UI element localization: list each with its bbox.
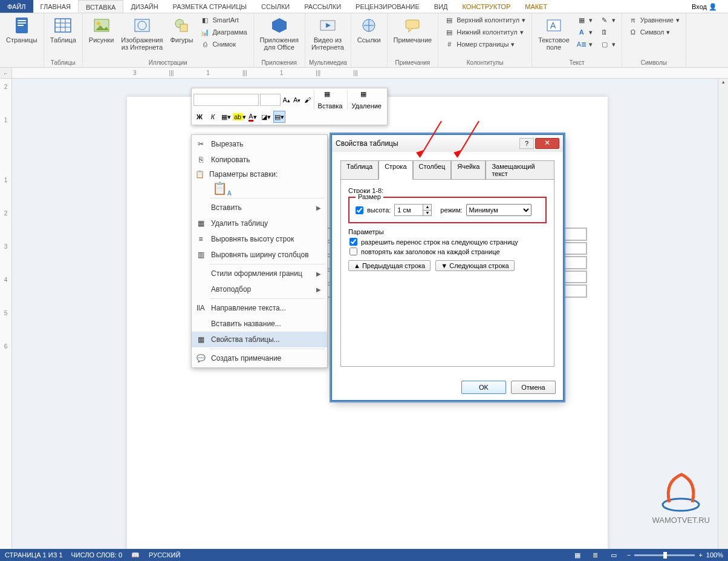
header-button[interactable]: ▤Верхний колонтитул ▾ [442, 15, 528, 25]
ctx-copy[interactable]: ⎘Копировать [192, 152, 327, 168]
pages-button[interactable]: Страницы [4, 15, 40, 45]
zoom-control[interactable]: − + 100% [627, 551, 723, 559]
screenshot-button[interactable]: ⎙Снимок [198, 39, 249, 50]
page-number-button[interactable]: #Номер страницы ▾ [442, 39, 528, 50]
ctx-text-direction[interactable]: llAНаправление текста... [192, 300, 327, 316]
shrink-font-button[interactable]: A▾ [293, 94, 302, 106]
ctx-new-comment[interactable]: 💬Создать примечание [192, 350, 327, 366]
date-time-button[interactable]: 🗓 [597, 27, 618, 38]
zoom-in-button[interactable]: + [698, 551, 702, 559]
ctx-border-styles[interactable]: Стили оформления границ▶ [192, 266, 327, 281]
dialog-close-button[interactable]: ✕ [535, 138, 559, 149]
status-word-count[interactable]: ЧИСЛО СЛОВ: 0 [71, 551, 123, 559]
tab-table-design[interactable]: КОНСТРУКТОР [455, 0, 518, 13]
dlg-tab-row[interactable]: Строка [379, 160, 412, 180]
table-button[interactable]: Таблица [48, 15, 79, 45]
tab-insert[interactable]: ВСТАВКА [78, 0, 123, 13]
tab-view[interactable]: ВИД [427, 0, 455, 13]
mode-select[interactable]: Минимум [466, 204, 531, 216]
grow-font-button[interactable]: A▴ [282, 94, 291, 106]
horizontal-ruler[interactable]: 3|||1|||1|||||| [12, 68, 728, 79]
view-web-layout-icon[interactable]: ▭ [609, 550, 619, 560]
font-combo[interactable] [193, 94, 259, 106]
login-link[interactable]: Вход 👤 [681, 0, 728, 13]
mini-insert-label: Вставка [318, 102, 343, 110]
vertical-scrollbar[interactable]: ▴ [718, 79, 728, 549]
borders-button[interactable]: ▦▾ [220, 111, 232, 123]
font-color-button[interactable]: A▾ [247, 111, 259, 123]
ctx-equal-row-height[interactable]: ≡Выровнять высоту строк [192, 231, 327, 247]
size-combo[interactable] [260, 94, 281, 106]
online-pictures-button[interactable]: Изображения из Интернета [119, 15, 165, 52]
tab-home[interactable]: ГЛАВНАЯ [33, 0, 78, 13]
dialog-titlebar[interactable]: Свойства таблицы ? ✕ [332, 135, 563, 152]
tab-table-layout[interactable]: МАКЕТ [518, 0, 554, 13]
tab-references[interactable]: ССЫЛКИ [254, 0, 297, 13]
tab-file[interactable]: ФАЙЛ [0, 0, 33, 13]
links-button[interactable]: Ссылки [355, 15, 383, 45]
spin-down[interactable]: ▼ [423, 210, 431, 215]
height-checkbox[interactable] [356, 206, 363, 214]
zoom-out-button[interactable]: − [627, 551, 631, 559]
spin-up[interactable]: ▲ [423, 205, 431, 210]
dialog-help-button[interactable]: ? [519, 138, 534, 149]
ctx-delete-table[interactable]: ▦Удалить таблицу [192, 215, 327, 231]
equation-button[interactable]: πУравнение ▾ [626, 15, 682, 25]
shading-button[interactable]: ◪▾ [260, 111, 272, 123]
view-read-mode-icon[interactable]: ≣ [591, 550, 600, 560]
dialog-cancel-button[interactable]: Отмена [511, 381, 556, 394]
chart-button[interactable]: 📊Диаграмма [198, 27, 249, 38]
allow-break-checkbox[interactable] [349, 238, 357, 246]
tab-review[interactable]: РЕЦЕНЗИРОВАНИЕ [348, 0, 427, 13]
format-painter-button[interactable]: 🖌 [303, 94, 313, 106]
tab-design[interactable]: ДИЗАЙН [123, 0, 165, 13]
tab-page-layout[interactable]: РАЗМЕТКА СТРАНИЦЫ [166, 0, 254, 13]
dialog-ok-button[interactable]: OK [461, 381, 506, 394]
status-page[interactable]: СТРАНИЦА 1 ИЗ 1 [5, 551, 63, 559]
pictures-button[interactable]: Рисунки [86, 15, 117, 45]
ctx-table-properties[interactable]: ▦Свойства таблицы... [192, 332, 327, 347]
repeat-header-checkbox[interactable] [349, 248, 357, 255]
vertical-ruler[interactable]: 21123456 [0, 79, 12, 549]
eq-cols-icon: ▥ [195, 249, 206, 260]
object-button[interactable]: ▢▾ [597, 39, 618, 50]
group-label-illustrations: Иллюстрации [86, 59, 250, 67]
online-video-button[interactable]: Видео из Интернета [309, 15, 346, 52]
ctx-paste-option[interactable]: 📋A [192, 181, 327, 197]
ctx-equal-col-width[interactable]: ▥Выровнять ширину столбцов [192, 247, 327, 263]
screenshot-label: Снимок [212, 41, 236, 48]
office-apps-button[interactable]: Приложения для Office [258, 15, 301, 52]
align-button[interactable]: ▤▾ [273, 111, 285, 123]
footer-button[interactable]: ▤Нижний колонтитул ▾ [442, 27, 528, 38]
tab-mailings[interactable]: РАССЫЛКИ [297, 0, 348, 13]
mini-insert-menu[interactable]: ▦Вставка [314, 90, 346, 110]
spellcheck-icon[interactable]: 📖 [131, 550, 140, 560]
ctx-cut[interactable]: ✂Вырезать [192, 136, 327, 152]
symbol-button[interactable]: ΩСимвол ▾ [626, 27, 682, 38]
ctx-autofit[interactable]: Автоподбор▶ [192, 281, 327, 297]
zoom-value[interactable]: 100% [706, 551, 723, 559]
quick-parts-button[interactable]: ▦▾ [574, 15, 595, 25]
ctx-insert[interactable]: Вставить▶ [192, 200, 327, 215]
dlg-tab-table[interactable]: Таблица [340, 160, 379, 180]
next-row-button[interactable]: ▼ Следующая строка [435, 260, 515, 271]
italic-button[interactable]: К [207, 111, 219, 123]
drop-cap-button[interactable]: A≣▾ [574, 39, 595, 50]
shapes-button[interactable]: Фигуры [167, 15, 195, 45]
comment-button[interactable]: Примечание [391, 15, 435, 45]
view-print-layout-icon[interactable]: ▦ [573, 550, 582, 560]
height-input[interactable] [395, 206, 423, 214]
status-language[interactable]: РУССКИЙ [149, 551, 180, 559]
mini-delete-menu[interactable]: ▦Удаление [347, 90, 385, 110]
highlight-button[interactable]: ab▾ [233, 111, 245, 123]
signature-button[interactable]: ✎▾ [597, 15, 618, 25]
prev-row-button[interactable]: ▲ Предыдущая строка [348, 260, 431, 271]
bold-button[interactable]: Ж [193, 111, 206, 123]
ctx-insert-caption[interactable]: Вставить название... [192, 316, 327, 332]
smartart-button[interactable]: ◧SmartArt [198, 15, 249, 25]
wordart-button[interactable]: A▾ [574, 27, 595, 38]
dlg-tab-alt-text[interactable]: Замещающий текст [486, 160, 554, 180]
height-spinner[interactable]: ▲▼ [394, 204, 432, 216]
text-box-button[interactable]: AТекстовое поле [536, 15, 572, 52]
zoom-slider[interactable] [634, 554, 695, 556]
